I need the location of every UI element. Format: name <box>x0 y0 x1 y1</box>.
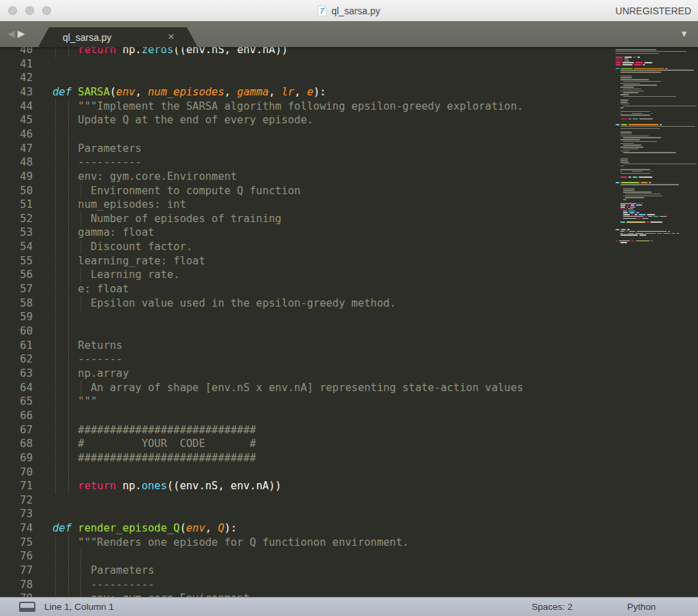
indentation-setting[interactable]: Spaces: 2 <box>532 602 573 612</box>
code-token: return <box>78 480 116 492</box>
tab-overflow-dropdown-icon[interactable]: ▼ <box>680 29 688 39</box>
minimap-line <box>630 206 635 208</box>
line-number: 68 <box>0 437 33 451</box>
code-line: 57 e: float <box>0 282 698 296</box>
minimap-line <box>616 51 686 52</box>
code-token <box>52 47 78 56</box>
window-title: ql_sarsa.py <box>331 5 380 16</box>
sublime-text-window: { "titlebar": { "title": "ql_sarsa.py", … <box>0 0 698 616</box>
minimap-line <box>628 124 658 125</box>
minimap-line <box>633 119 638 120</box>
minimap-line <box>620 203 637 204</box>
nav-forward-icon[interactable]: ▶ <box>18 28 25 39</box>
code-token: env <box>186 522 205 534</box>
minimap-line <box>620 77 632 78</box>
indent-guide <box>80 212 81 226</box>
minimap-line <box>641 203 643 204</box>
minimap-line <box>620 143 634 144</box>
indent-guide <box>68 170 69 184</box>
code-token: np. <box>116 47 141 56</box>
minimap-line <box>620 136 649 137</box>
code-token: An array of shape [env.nS x env.nA] repr… <box>52 382 524 394</box>
code-line: 46 <box>0 127 698 142</box>
indent-guide <box>55 381 56 395</box>
code-token: Number of episodes of training <box>52 213 282 225</box>
indent-guide <box>68 212 69 226</box>
code-line: 50 Environment to compute Q function <box>0 184 698 198</box>
indent-guide <box>55 155 56 170</box>
minimap-line <box>620 102 628 103</box>
line-number: 48 <box>0 155 33 170</box>
code-line: 60 <box>0 324 698 339</box>
minimap-line <box>616 182 620 183</box>
code-token: np.array <box>52 367 129 380</box>
indent-guide <box>68 395 69 409</box>
indent-guide <box>55 226 56 240</box>
code-line: 71 return np.ones((env.nS, env.nA)) <box>0 479 698 493</box>
indent-guide <box>55 578 56 592</box>
code-token: , <box>294 86 307 98</box>
minimap-line <box>620 184 679 185</box>
code-area[interactable]: 40 return np.zeros((env.nS, env.nA))4142… <box>0 47 698 597</box>
minimap-line <box>620 99 628 101</box>
code-token <box>72 86 78 98</box>
minimap-line <box>651 241 652 242</box>
nav-back-icon[interactable]: ◀ <box>7 28 15 39</box>
minimap-line <box>616 53 659 55</box>
minimap-line <box>631 214 633 215</box>
minimap-line <box>620 206 625 208</box>
indent-guide <box>68 240 69 254</box>
line-number: 44 <box>0 99 33 114</box>
code-token: def <box>52 86 72 98</box>
syntax-setting[interactable]: Python <box>627 602 656 612</box>
minimap-line <box>651 171 652 172</box>
code-token: , <box>269 86 282 98</box>
tab-bar: ◀ ▶ ql_sarsa.py ✕ ▼ <box>0 21 698 47</box>
minimap-line <box>628 176 631 178</box>
code-line: 63 np.array <box>0 367 698 381</box>
minimap-line <box>651 113 652 114</box>
code-token: env: gym.core.Environment <box>52 170 237 183</box>
indent-guide <box>68 381 69 395</box>
minimap-line <box>677 233 679 234</box>
document-proxy-icon[interactable] <box>318 5 327 16</box>
caret-position-label[interactable]: Line 1, Column 1 <box>44 602 114 612</box>
panel-switcher-icon[interactable] <box>19 602 35 612</box>
line-number: 71 <box>0 479 33 493</box>
code-token: Environment to compute Q function <box>52 185 301 197</box>
indent-guide <box>68 254 69 268</box>
code-line: 78 ---------- <box>0 578 698 592</box>
line-number: 43 <box>0 85 33 99</box>
minimap-line <box>631 241 635 242</box>
indent-guide <box>80 296 81 311</box>
tab-close-icon[interactable]: ✕ <box>168 32 174 42</box>
minimap-line <box>620 107 624 108</box>
minimap-line <box>620 72 661 73</box>
code-token: ((env.nS, env.nA)) <box>173 47 288 56</box>
minimap-line <box>620 147 643 148</box>
minimap-line <box>636 204 642 206</box>
editor-pane[interactable]: 40 return np.zeros((env.nS, env.nA))4142… <box>0 47 698 597</box>
minimap-line <box>621 182 639 183</box>
minimap-line <box>639 234 646 236</box>
code-token: ( <box>180 522 186 534</box>
minimap[interactable] <box>616 49 696 274</box>
tab-ql-sarsa[interactable]: ql_sarsa.py ✕ <box>38 27 198 47</box>
indent-guide <box>55 198 56 212</box>
code-line: 56 Learning rate. <box>0 268 698 282</box>
minimap-line <box>620 169 650 170</box>
minimap-line <box>628 119 631 120</box>
minimap-line <box>642 218 648 219</box>
unregistered-label: UNREGISTERED <box>616 0 691 21</box>
code-token: , <box>135 86 148 98</box>
code-token: Returns <box>52 339 123 352</box>
minimap-line <box>647 214 655 215</box>
minimap-line <box>633 57 636 58</box>
code-token: ############################ <box>52 452 256 464</box>
indent-guide <box>55 479 56 493</box>
line-number: 50 <box>0 184 33 198</box>
code-token: e: float <box>52 283 129 295</box>
indent-guide <box>55 254 56 268</box>
indent-guide <box>55 310 56 324</box>
code-line: 45 Update Q at the end of every episode. <box>0 113 698 127</box>
